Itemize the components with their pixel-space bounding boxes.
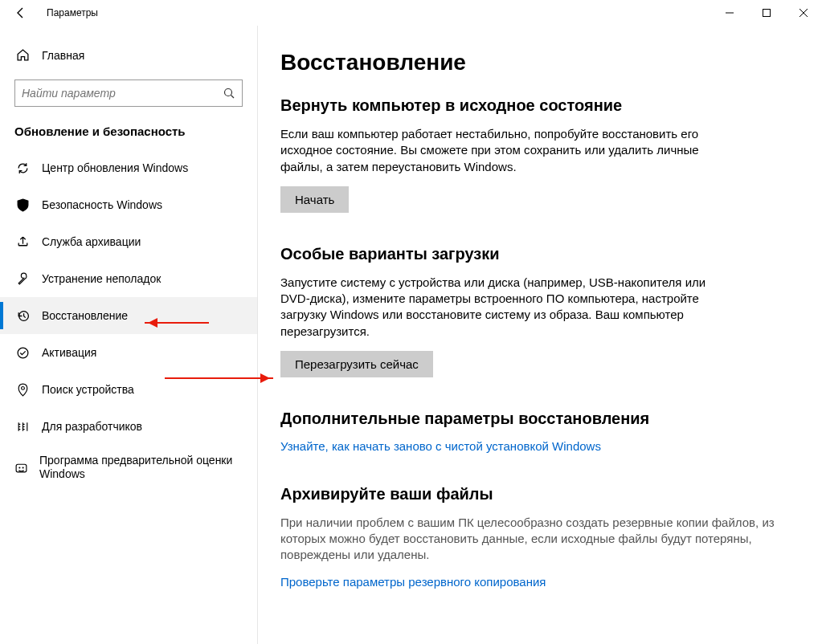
sidebar-item-label: Поиск устройства (42, 383, 134, 396)
section-backup-files: Архивируйте ваши файлы При наличии пробл… (280, 485, 800, 589)
sidebar-item-insider[interactable]: Программа предварительной оценки Windows (0, 445, 257, 490)
window-title: Параметры (47, 7, 98, 18)
sidebar-item-label: Устранение неполадок (42, 272, 161, 285)
svg-point-7 (18, 348, 28, 358)
sidebar-home-label: Главная (42, 49, 84, 62)
sidebar-item-backup[interactable]: Служба архивации (0, 223, 257, 260)
sidebar-item-find-device[interactable]: Поиск устройства (0, 371, 257, 408)
section-reset: Вернуть компьютер в исходное состояние Е… (280, 96, 800, 213)
restart-now-button[interactable]: Перезагрузить сейчас (280, 351, 433, 377)
sidebar-item-security[interactable]: Безопасность Windows (0, 186, 257, 223)
close-button[interactable] (785, 0, 822, 26)
section-body: Если ваш компьютер работает нестабильно,… (280, 126, 730, 175)
sidebar: Главная Обновление и безопасность Центр … (0, 26, 257, 644)
history-icon (14, 309, 31, 323)
section-heading: Архивируйте ваши файлы (280, 485, 800, 503)
svg-point-4 (225, 89, 232, 96)
insider-icon (14, 461, 28, 475)
sync-icon (14, 161, 31, 175)
maximize-button[interactable] (748, 0, 785, 26)
search-input[interactable] (22, 87, 223, 100)
sidebar-item-label: Восстановление (42, 309, 128, 322)
section-advanced-startup: Особые варианты загрузки Запустите систе… (280, 245, 800, 377)
search-box[interactable] (14, 79, 243, 107)
svg-point-10 (18, 467, 20, 468)
svg-point-11 (22, 467, 24, 468)
annotation-arrow-restart (165, 377, 273, 379)
section-body: При наличии проблем с вашим ПК целесообр… (280, 515, 795, 564)
section-body: Запустите систему с устройства или диска… (280, 275, 730, 340)
sidebar-item-troubleshoot[interactable]: Устранение неполадок (0, 260, 257, 297)
sidebar-item-label: Программа предварительной оценки Windows (39, 454, 243, 481)
fresh-start-link[interactable]: Узнайте, как начать заново с чистой уста… (280, 439, 800, 453)
backup-settings-link[interactable]: Проверьте параметры резервного копирован… (280, 575, 800, 589)
svg-line-5 (231, 96, 235, 99)
back-button[interactable] (14, 6, 31, 19)
svg-point-8 (21, 386, 24, 389)
main-content: Восстановление Вернуть компьютер в исход… (257, 26, 822, 644)
page-title: Восстановление (280, 50, 800, 75)
sidebar-item-developers[interactable]: Для разработчиков (0, 408, 257, 445)
backup-icon (14, 235, 31, 249)
sidebar-item-activation[interactable]: Активация (0, 334, 257, 371)
sidebar-item-label: Центр обновления Windows (42, 161, 188, 174)
location-icon (14, 383, 31, 397)
sidebar-item-label: Активация (42, 346, 96, 359)
home-icon (14, 48, 31, 62)
section-heading: Вернуть компьютер в исходное состояние (280, 96, 800, 115)
sidebar-item-windows-update[interactable]: Центр обновления Windows (0, 149, 257, 186)
minimize-button[interactable] (711, 0, 748, 26)
sidebar-item-recovery[interactable]: Восстановление (0, 297, 257, 334)
titlebar: Параметры (0, 0, 822, 26)
wrench-icon (14, 272, 31, 286)
search-icon (223, 87, 235, 100)
sidebar-section-header: Обновление и безопасность (0, 120, 257, 149)
sidebar-item-label: Безопасность Windows (42, 198, 162, 211)
developer-icon (14, 420, 31, 434)
annotation-arrow-recovery (145, 322, 209, 324)
section-heading: Дополнительные параметры восстановления (280, 410, 800, 428)
sidebar-item-label: Служба архивации (42, 235, 141, 248)
sidebar-home[interactable]: Главная (0, 42, 257, 68)
shield-icon (14, 198, 31, 212)
sidebar-item-label: Для разработчиков (42, 420, 142, 433)
section-heading: Особые варианты загрузки (280, 245, 800, 263)
svg-rect-1 (763, 10, 771, 17)
check-circle-icon (14, 346, 31, 360)
section-more-recovery: Дополнительные параметры восстановления … (280, 410, 800, 453)
reset-button[interactable]: Начать (280, 186, 349, 213)
